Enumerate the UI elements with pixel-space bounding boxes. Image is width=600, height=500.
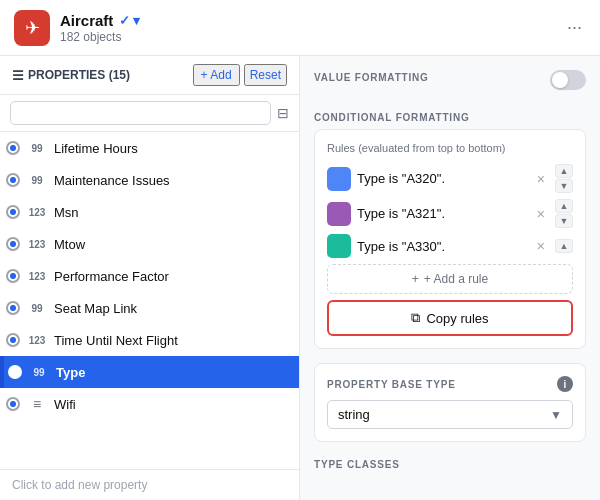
- base-type-label: PROPERTY BASE TYPE: [327, 379, 456, 390]
- base-type-value: string: [338, 407, 370, 422]
- type-badge: 99: [26, 143, 48, 154]
- type-badge: 99: [26, 303, 48, 314]
- prop-name: Type: [56, 365, 289, 380]
- prop-radio: [6, 141, 20, 155]
- header-title: Aircraft ✓ ▾: [60, 12, 563, 29]
- rule-arrows: ▲ ▼: [555, 199, 573, 228]
- property-item[interactable]: 123 Mtow: [0, 228, 299, 260]
- rule-up-button[interactable]: ▲: [555, 164, 573, 178]
- add-rule-icon: +: [412, 272, 419, 286]
- rule-arrows: ▲ ▼: [555, 164, 573, 193]
- base-type-select[interactable]: string ▼: [327, 400, 573, 429]
- rule-delete-button[interactable]: ×: [533, 169, 549, 189]
- rule-delete-button[interactable]: ×: [533, 204, 549, 224]
- conditional-formatting-label: CONDITIONAL FORMATTING: [314, 112, 586, 123]
- rule-text: Type is "A330".: [357, 239, 527, 254]
- rules-subtitle: Rules (evaluated from top to bottom): [327, 142, 573, 154]
- property-item[interactable]: 99 Maintenance Issues: [0, 164, 299, 196]
- right-panel: VALUE FORMATTING CONDITIONAL FORMATTING …: [300, 56, 600, 500]
- properties-header: ☰ PROPERTIES (15) + Add Reset: [0, 56, 299, 95]
- type-badge: 123: [26, 271, 48, 282]
- prop-radio: [6, 269, 20, 283]
- verified-icon: ✓: [119, 13, 130, 28]
- header-subtitle: 182 objects: [60, 30, 563, 44]
- value-formatting-toggle[interactable]: [550, 70, 586, 90]
- prop-name: Wifi: [54, 397, 289, 412]
- prop-radio: [6, 237, 20, 251]
- title-text: Aircraft: [60, 12, 113, 29]
- property-base-type-section: PROPERTY BASE TYPE i string ▼: [314, 363, 586, 442]
- base-type-header: PROPERTY BASE TYPE i: [327, 376, 573, 392]
- info-icon[interactable]: i: [557, 376, 573, 392]
- left-panel: ☰ PROPERTIES (15) + Add Reset ⊟ 99 Lifet…: [0, 56, 300, 500]
- rule-item: Type is "A330". × ▲: [327, 234, 573, 258]
- rule-up-button[interactable]: ▲: [555, 239, 573, 253]
- type-classes-label: TYPE CLASSES: [314, 459, 400, 470]
- dropdown-icon[interactable]: ▾: [133, 13, 140, 28]
- properties-list: 99 Lifetime Hours 99 Maintenance Issues …: [0, 132, 299, 469]
- type-badge: ≡: [26, 396, 48, 412]
- properties-title: ☰ PROPERTIES (15): [12, 68, 189, 83]
- rule-color-a330: [327, 234, 351, 258]
- prop-name: Msn: [54, 205, 289, 220]
- value-formatting-row: VALUE FORMATTING: [314, 70, 586, 90]
- property-item[interactable]: ≡ Wifi: [0, 388, 299, 420]
- header: ✈ Aircraft ✓ ▾ 182 objects ···: [0, 0, 600, 56]
- rule-up-button[interactable]: ▲: [555, 199, 573, 213]
- more-options-button[interactable]: ···: [563, 13, 586, 42]
- rule-down-button[interactable]: ▼: [555, 179, 573, 193]
- filter-icon[interactable]: ⊟: [277, 105, 289, 121]
- prop-radio: [6, 205, 20, 219]
- rule-item: Type is "A320". × ▲ ▼: [327, 164, 573, 193]
- copy-rules-label: Copy rules: [426, 311, 488, 326]
- prop-name: Performance Factor: [54, 269, 289, 284]
- add-rule-button[interactable]: + + Add a rule: [327, 264, 573, 294]
- rule-text: Type is "A321".: [357, 206, 527, 221]
- prop-name: Mtow: [54, 237, 289, 252]
- search-input[interactable]: [10, 101, 271, 125]
- property-item[interactable]: 123 Msn: [0, 196, 299, 228]
- toggle-knob: [552, 72, 568, 88]
- type-classes-section: TYPE CLASSES: [314, 456, 586, 471]
- add-property-button[interactable]: + Add: [193, 64, 240, 86]
- conditional-formatting-section: CONDITIONAL FORMATTING Rules (evaluated …: [314, 112, 586, 349]
- prop-radio: [6, 397, 20, 411]
- prop-name: Seat Map Link: [54, 301, 289, 316]
- select-arrow-icon: ▼: [550, 408, 562, 422]
- type-badge: 123: [26, 239, 48, 250]
- copy-rules-button[interactable]: ⧉ Copy rules: [327, 300, 573, 336]
- property-item[interactable]: 123 Performance Factor: [0, 260, 299, 292]
- reset-button[interactable]: Reset: [244, 64, 287, 86]
- type-badge: 99: [28, 367, 50, 378]
- add-property-label[interactable]: Click to add new property: [0, 469, 299, 500]
- props-icon: ☰: [12, 68, 24, 83]
- properties-count: PROPERTIES (15): [28, 68, 130, 82]
- property-item[interactable]: 99 Seat Map Link: [0, 292, 299, 324]
- main-content: ☰ PROPERTIES (15) + Add Reset ⊟ 99 Lifet…: [0, 56, 600, 500]
- type-badge: 123: [26, 207, 48, 218]
- prop-name: Lifetime Hours: [54, 141, 289, 156]
- property-item[interactable]: 99 Lifetime Hours: [0, 132, 299, 164]
- copy-icon: ⧉: [411, 310, 420, 326]
- rule-text: Type is "A320".: [357, 171, 527, 186]
- prop-radio: [6, 301, 20, 315]
- prop-radio: [6, 333, 20, 347]
- type-badge: 123: [26, 335, 48, 346]
- rule-color-a321: [327, 202, 351, 226]
- rule-color-a320: [327, 167, 351, 191]
- type-badge: 99: [26, 175, 48, 186]
- header-info: Aircraft ✓ ▾ 182 objects: [60, 12, 563, 44]
- property-item[interactable]: 123 Time Until Next Flight: [0, 324, 299, 356]
- verified-badge: ✓ ▾: [119, 13, 140, 28]
- prop-radio: [8, 365, 22, 379]
- prop-name: Maintenance Issues: [54, 173, 289, 188]
- prop-radio: [6, 173, 20, 187]
- add-rule-label: + Add a rule: [424, 272, 488, 286]
- rule-item: Type is "A321". × ▲ ▼: [327, 199, 573, 228]
- rule-arrows: ▲: [555, 239, 573, 253]
- property-item-type[interactable]: 99 Type: [0, 356, 299, 388]
- rule-down-button[interactable]: ▼: [555, 214, 573, 228]
- prop-name: Time Until Next Flight: [54, 333, 289, 348]
- rule-delete-button[interactable]: ×: [533, 236, 549, 256]
- app-icon: ✈: [14, 10, 50, 46]
